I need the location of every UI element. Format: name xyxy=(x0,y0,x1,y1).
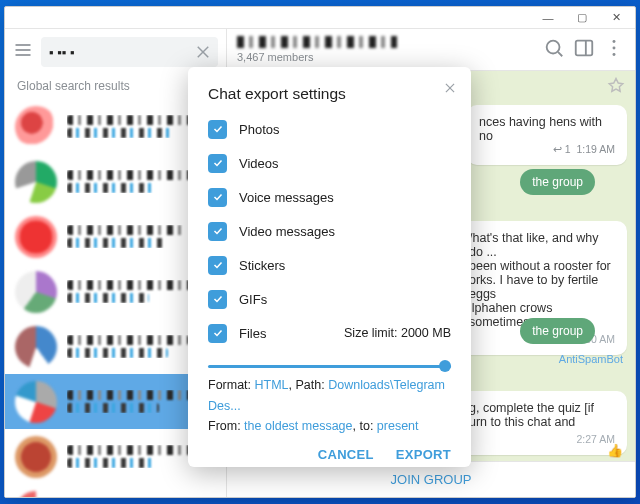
search-icon[interactable] xyxy=(543,37,565,63)
message-text: g, complete the quiz [if xyxy=(469,401,615,415)
titlebar: — ▢ ✕ xyxy=(5,7,635,29)
avatar xyxy=(15,216,57,258)
avatar xyxy=(15,106,57,148)
message-bubble[interactable]: nces having hens with no ↩ 1 1:19 AM xyxy=(467,105,627,165)
export-meta: Format: HTML, Path: Downloads\Telegram D… xyxy=(208,375,451,437)
option-voice-messages[interactable]: Voice messages xyxy=(208,185,451,209)
checkbox-checked-icon[interactable] xyxy=(208,188,227,207)
export-button[interactable]: EXPORT xyxy=(396,447,451,462)
chat-item[interactable] xyxy=(5,484,226,497)
avatar xyxy=(15,381,57,423)
chat-header: 3,467 members xyxy=(227,29,635,71)
message-bubble[interactable]: g, complete the quiz [if urn to this cha… xyxy=(457,391,627,455)
option-photos[interactable]: Photos xyxy=(208,117,451,141)
option-videos[interactable]: Videos xyxy=(208,151,451,175)
checkbox-checked-icon[interactable] xyxy=(208,256,227,275)
search-value: ▪ ▪▪ ▪ xyxy=(49,45,75,60)
message-text: been without a rooster for xyxy=(469,259,615,273)
cancel-button[interactable]: CANCEL xyxy=(318,447,374,462)
option-files[interactable]: FilesSize limit: 2000 MB xyxy=(208,321,451,345)
chat-title xyxy=(237,36,397,48)
checkbox-checked-icon[interactable] xyxy=(208,154,227,173)
close-icon[interactable] xyxy=(443,81,457,99)
svg-point-9 xyxy=(613,40,616,43)
checkbox-checked-icon[interactable] xyxy=(208,290,227,309)
avatar xyxy=(15,436,57,478)
system-pill: the group xyxy=(520,318,595,344)
menu-icon[interactable] xyxy=(13,40,33,64)
svg-point-5 xyxy=(547,40,560,53)
window-close-button[interactable]: ✕ xyxy=(599,8,633,28)
window-minimize-button[interactable]: — xyxy=(531,8,565,28)
avatar xyxy=(15,326,57,368)
system-pill: the group xyxy=(520,169,595,195)
option-stickers[interactable]: Stickers xyxy=(208,253,451,277)
clear-search-icon[interactable] xyxy=(194,43,212,61)
message-text: nces having hens with no xyxy=(479,115,615,143)
format-link[interactable]: HTML xyxy=(255,378,289,392)
avatar xyxy=(15,161,57,203)
modal-title: Chat export settings xyxy=(208,85,451,103)
message-text: /hat's that like, and why do ... xyxy=(469,231,615,259)
export-options: Photos Videos Voice messages Video messa… xyxy=(208,117,451,345)
svg-rect-7 xyxy=(576,40,593,55)
svg-point-11 xyxy=(613,52,616,55)
search-input[interactable]: ▪ ▪▪ ▪ xyxy=(41,37,218,67)
checkbox-checked-icon[interactable] xyxy=(208,222,227,241)
avatar xyxy=(15,271,57,313)
size-limit-label: Size limit: 2000 MB xyxy=(344,326,451,340)
member-count: 3,467 members xyxy=(237,51,397,63)
to-link[interactable]: present xyxy=(377,419,419,433)
app-window: — ▢ ✕ ▪ ▪▪ ▪ Global search results xyxy=(4,6,636,498)
message-text: orks. I have to by fertile eggs xyxy=(469,273,615,301)
from-link[interactable]: the oldest message xyxy=(244,419,352,433)
message-time: 2:27 AM xyxy=(469,433,615,445)
message-text: urn to this chat and xyxy=(469,415,615,429)
export-settings-modal: Chat export settings Photos Videos Voice… xyxy=(188,67,471,467)
checkbox-checked-icon[interactable] xyxy=(208,120,227,139)
svg-point-10 xyxy=(613,46,616,49)
avatar xyxy=(15,491,57,498)
window-maximize-button[interactable]: ▢ xyxy=(565,8,599,28)
sidepanel-icon[interactable] xyxy=(573,37,595,63)
option-video-messages[interactable]: Video messages xyxy=(208,219,451,243)
reaction-thumbs-icon[interactable]: 👍 xyxy=(607,443,623,458)
reply-arrow-icon: ↩ xyxy=(553,143,565,155)
slider-knob[interactable] xyxy=(439,360,451,372)
more-icon[interactable] xyxy=(603,37,625,63)
checkbox-checked-icon[interactable] xyxy=(208,324,227,343)
option-gifs[interactable]: GIFs xyxy=(208,287,451,311)
pin-icon[interactable] xyxy=(607,77,625,99)
bot-badge: AntiSpamBot xyxy=(559,353,623,365)
svg-line-6 xyxy=(558,52,562,56)
